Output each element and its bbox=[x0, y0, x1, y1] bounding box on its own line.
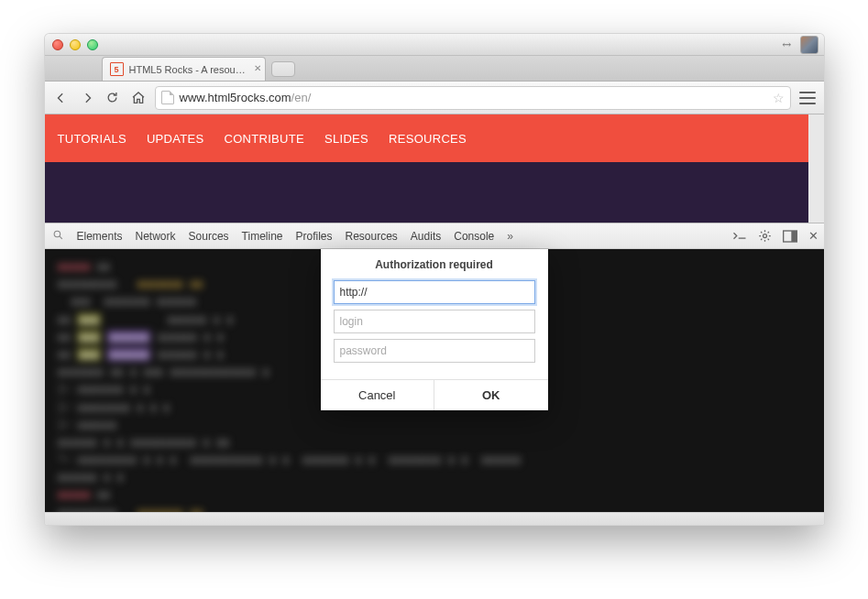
nav-link-contribute[interactable]: CONTRIBUTE bbox=[224, 132, 304, 146]
profile-avatar[interactable] bbox=[800, 36, 819, 54]
dialog-title: Authorization required bbox=[334, 258, 535, 271]
browser-menu-button[interactable] bbox=[798, 89, 817, 107]
home-icon bbox=[131, 91, 146, 105]
devtools-settings-button[interactable] bbox=[758, 229, 772, 243]
devtools-tab-elements[interactable]: Elements bbox=[77, 230, 123, 243]
ok-button[interactable]: OK bbox=[434, 380, 548, 410]
auth-url-input[interactable] bbox=[334, 280, 535, 304]
url-text: www.html5rocks.com/en/ bbox=[180, 91, 767, 104]
bookmark-star-icon[interactable]: ☆ bbox=[773, 91, 785, 105]
svg-point-0 bbox=[54, 231, 60, 236]
url-path: /en/ bbox=[291, 91, 312, 104]
url-host: www.html5rocks.com bbox=[180, 91, 291, 104]
devtools-tab-profiles[interactable]: Profiles bbox=[295, 230, 332, 243]
page-viewport: TUTORIALS UPDATES CONTRIBUTE SLIDES RESO… bbox=[45, 114, 824, 223]
arrow-right-icon bbox=[81, 92, 93, 104]
gear-icon bbox=[758, 229, 772, 243]
devtools-drawer-toggle-button[interactable] bbox=[732, 230, 747, 242]
devtools-tab-sources[interactable]: Sources bbox=[189, 230, 229, 243]
devtools-tab-resources[interactable]: Resources bbox=[346, 230, 398, 243]
devtools-tab-audits[interactable]: Audits bbox=[411, 230, 441, 243]
window-resize-chin bbox=[45, 512, 824, 525]
devtools-tab-network[interactable]: Network bbox=[136, 230, 176, 243]
page-scrollbar[interactable] bbox=[808, 114, 824, 223]
devtools-tab-timeline[interactable]: Timeline bbox=[242, 230, 283, 243]
zoom-window-button[interactable] bbox=[87, 39, 98, 50]
close-window-button[interactable] bbox=[52, 39, 63, 50]
devtools-search-icon[interactable] bbox=[52, 229, 64, 244]
home-button[interactable] bbox=[129, 89, 148, 107]
arrow-left-icon bbox=[55, 92, 68, 104]
nav-link-tutorials[interactable]: TUTORIALS bbox=[58, 132, 126, 146]
dock-side-icon bbox=[783, 230, 797, 243]
tab-title: HTML5 Rocks - A resource bbox=[129, 64, 248, 75]
auth-login-input[interactable] bbox=[334, 310, 535, 333]
tab-favicon: 5 bbox=[110, 62, 124, 76]
browser-window: ⤢ 5 HTML5 Rocks - A resource ✕ www.html5 bbox=[44, 33, 825, 526]
minimize-window-button[interactable] bbox=[70, 39, 81, 50]
tab-close-icon[interactable]: ✕ bbox=[254, 63, 261, 73]
browser-tab[interactable]: 5 HTML5 Rocks - A resource ✕ bbox=[102, 57, 266, 81]
new-tab-button[interactable] bbox=[271, 61, 295, 77]
window-controls bbox=[52, 39, 98, 50]
nav-link-resources[interactable]: RESOURCES bbox=[389, 132, 467, 146]
nav-link-slides[interactable]: SLIDES bbox=[324, 132, 368, 146]
cancel-button[interactable]: Cancel bbox=[321, 380, 434, 410]
devtools-tab-bar: Elements Network Sources Timeline Profil… bbox=[45, 223, 824, 249]
svg-rect-1 bbox=[738, 237, 745, 238]
reload-icon bbox=[105, 91, 119, 104]
authorization-dialog: Authorization required Cancel OK bbox=[321, 249, 548, 410]
drawer-toggle-icon bbox=[732, 230, 747, 242]
address-bar[interactable]: www.html5rocks.com/en/ ☆ bbox=[155, 86, 791, 110]
window-titlebar: ⤢ bbox=[45, 34, 824, 56]
hamburger-icon bbox=[799, 92, 816, 104]
nav-link-updates[interactable]: UPDATES bbox=[147, 132, 204, 146]
devtools-tab-console[interactable]: Console bbox=[454, 230, 494, 243]
devtools-dock-toggle-button[interactable] bbox=[783, 230, 797, 243]
forward-button[interactable] bbox=[78, 89, 96, 107]
devtools-close-button[interactable]: ✕ bbox=[808, 229, 819, 243]
svg-rect-4 bbox=[791, 231, 797, 242]
reload-button[interactable] bbox=[104, 89, 122, 107]
page-hero bbox=[45, 162, 824, 223]
devtools-panel: Elements Network Sources Timeline Profil… bbox=[45, 223, 824, 512]
auth-password-input[interactable] bbox=[334, 339, 535, 363]
tab-strip: 5 HTML5 Rocks - A resource ✕ bbox=[45, 56, 824, 82]
page-icon bbox=[161, 91, 174, 104]
fullscreen-icon[interactable]: ⤢ bbox=[778, 37, 794, 52]
site-nav: TUTORIALS UPDATES CONTRIBUTE SLIDES RESO… bbox=[45, 114, 824, 162]
back-button[interactable] bbox=[52, 89, 71, 107]
svg-point-2 bbox=[763, 234, 766, 238]
browser-toolbar: www.html5rocks.com/en/ ☆ bbox=[45, 82, 824, 114]
devtools-tab-overflow[interactable]: » bbox=[507, 230, 513, 243]
